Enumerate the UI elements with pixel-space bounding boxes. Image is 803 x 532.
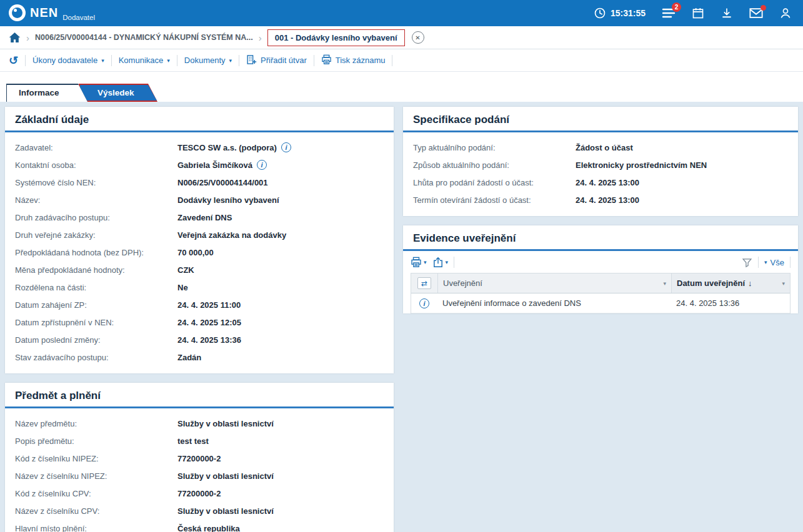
clock-widget: 15:31:55	[594, 7, 646, 19]
column-header-publication[interactable]: Uveřejnění ▾	[437, 273, 671, 293]
field-value: Služby v oblasti lesnictví	[177, 419, 274, 428]
user-button[interactable]	[779, 7, 792, 19]
menu-label: Komunikace	[119, 56, 164, 65]
chevron-down-icon: ▾	[229, 57, 232, 64]
table-header-row: ⇄ Uveřejnění ▾ Datum uveřejnění ↓ ▾	[411, 273, 790, 293]
field-value: Zadán	[177, 353, 201, 362]
page-content: Základní údaje Zadavatel: TESCO SW a.s. …	[0, 102, 803, 532]
field-value: 24. 4. 2025 11:00	[177, 300, 241, 310]
tab-vysledek[interactable]: Výsledek	[79, 84, 157, 102]
export-button[interactable]: ▾	[432, 257, 449, 268]
field-row: Název: Dodávky lesního vybavení	[15, 191, 384, 209]
info-icon[interactable]: i	[257, 160, 267, 170]
field-value: Veřejná zakázka na dodávky	[177, 230, 286, 240]
field-value: 24. 4. 2025 13:00	[576, 195, 639, 205]
column-settings-button[interactable]: ⇄	[417, 277, 431, 289]
field-label: Lhůta pro podání žádostí o účast:	[413, 178, 576, 187]
toolbar-divider	[239, 55, 239, 66]
tab-informace[interactable]: Informace	[6, 84, 87, 102]
field-label: Kód z číselníku CPV:	[15, 489, 177, 498]
field-value: 24. 4. 2025 12:05	[177, 318, 241, 327]
toolbar-divider	[25, 55, 26, 66]
toolbar-divider	[314, 55, 314, 66]
field-value: Služby v oblasti lesnictví	[177, 506, 274, 516]
toolbar-divider	[177, 55, 177, 66]
field-value: 77200000-2	[177, 454, 221, 463]
print-record-button[interactable]: Tisk záznamu	[321, 54, 386, 67]
field-label: Datum zpřístupnění v NEN:	[15, 318, 177, 327]
filter-all-label: Vše	[771, 258, 784, 267]
download-button[interactable]	[721, 7, 733, 19]
field-label: Hlavní místo plnění:	[15, 524, 177, 532]
assign-unit-button[interactable]: Přiřadit útvar	[246, 54, 307, 67]
field-row: Popis předmětu: test test	[15, 432, 384, 450]
field-row: Předpokládaná hodnota (bez DPH): 70 000,…	[15, 244, 384, 261]
filter-all-dropdown[interactable]: ▾ Vše	[764, 258, 784, 267]
sort-desc-icon: ↓	[748, 278, 752, 288]
breadcrumb-item-parent[interactable]: N006/25/V00004144 - DYNAMICKÝ NÁKUPNÍ SY…	[35, 33, 253, 42]
history-button[interactable]: ↺	[9, 55, 18, 66]
menu-supplier-actions[interactable]: Úkony dodavatele ▾	[32, 56, 104, 65]
calendar-icon	[692, 7, 704, 19]
home-button[interactable]	[9, 32, 21, 43]
chevron-down-icon: ▾	[663, 280, 666, 287]
info-icon[interactable]: i	[419, 298, 429, 308]
field-label: Název z číselníku CPV:	[15, 506, 177, 516]
filter-button[interactable]	[742, 257, 752, 268]
field-value: Gabriela Šimčíková	[177, 160, 252, 170]
field-label: Systémové číslo NEN:	[15, 178, 177, 187]
publications-toolbar: ▾ ▾ ▾ Vše	[403, 251, 798, 273]
export-icon	[432, 257, 444, 268]
calendar-button[interactable]	[692, 7, 704, 19]
field-row: Termín otevírání žádostí o účast: 24. 4.…	[413, 191, 788, 209]
swap-icon: ⇄	[421, 279, 427, 288]
field-value: Služby v oblasti lesnictví	[177, 471, 274, 481]
field-value: TESCO SW a.s. (podpora)	[177, 143, 277, 152]
panel-basic-info: Základní údaje Zadavatel: TESCO SW a.s. …	[5, 107, 394, 373]
menu-button[interactable]: 2	[662, 7, 676, 19]
field-row: Druh zadávacího postupu: Zavedení DNS	[15, 209, 384, 226]
toolbar-divider	[758, 257, 759, 268]
field-value: Žádost o účast	[576, 143, 633, 152]
close-tab-button[interactable]: ✕	[412, 31, 424, 44]
clock-icon	[594, 7, 606, 19]
field-label: Rozdělena na části:	[15, 283, 177, 292]
field-value: 24. 4. 2025 13:00	[576, 178, 639, 187]
tab-strip: Informace Výsledek	[0, 72, 803, 102]
breadcrumb-item-current[interactable]: 001 - Dodávky lesního vybavení	[267, 29, 405, 46]
chevron-down-icon: ▾	[782, 280, 785, 287]
field-row: Datum poslední změny: 24. 4. 2025 13:36	[15, 331, 384, 348]
field-label: Měna předpokládané hodnoty:	[15, 265, 177, 275]
action-toolbar: ↺ Úkony dodavatele ▾ Komunikace ▾ Dokume…	[0, 49, 803, 72]
field-label: Název předmětu:	[15, 419, 177, 428]
column-header-date[interactable]: Datum uveřejnění ↓ ▾	[671, 273, 790, 293]
menu-communication[interactable]: Komunikace ▾	[119, 56, 170, 65]
toolbar-divider	[111, 55, 112, 66]
panel-title: Základní údaje	[5, 107, 394, 132]
app-subtitle: Dodavatel	[62, 14, 95, 21]
field-row: Systémové číslo NEN: N006/25/V00004144/0…	[15, 174, 384, 191]
field-row: Hlavní místo plnění: Česká republika	[15, 520, 384, 532]
field-label: Zadavatel:	[15, 143, 177, 152]
app-logo: NEN Dodavatel	[9, 4, 95, 22]
printer-icon	[321, 54, 332, 67]
print-list-button[interactable]: ▾	[411, 257, 427, 268]
toolbar-divider	[790, 257, 791, 268]
panel-title: Evidence uveřejnění	[403, 225, 798, 251]
top-header-bar: NEN Dodavatel 15:31:55 2	[0, 0, 803, 26]
table-row[interactable]: i Uveřejnění informace o zavedení DNS 24…	[411, 293, 790, 313]
panel-publications: Evidence uveřejnění ▾ ▾	[403, 225, 798, 313]
menu-documents[interactable]: Dokumenty ▾	[184, 56, 232, 65]
info-icon[interactable]: i	[281, 142, 291, 152]
publications-table: ⇄ Uveřejnění ▾ Datum uveřejnění ↓ ▾	[411, 273, 791, 313]
mail-button[interactable]	[749, 7, 763, 19]
field-label: Datum poslední změny:	[15, 335, 177, 345]
field-row: Název z číselníku NIPEZ: Služby v oblast…	[15, 467, 384, 485]
field-row: Datum zahájení ZP: 24. 4. 2025 11:00	[15, 296, 384, 313]
menu-label: Úkony dodavatele	[32, 56, 97, 65]
field-label: Způsob aktuálního podání:	[413, 160, 576, 170]
menu-label: Dokumenty	[184, 56, 226, 65]
filter-funnel-icon	[742, 257, 752, 268]
panel-submission-spec: Specifikace podání Typ aktuálního podání…	[403, 107, 798, 216]
panel-subject: Předmět a plnění Název předmětu: Služby …	[5, 383, 394, 532]
